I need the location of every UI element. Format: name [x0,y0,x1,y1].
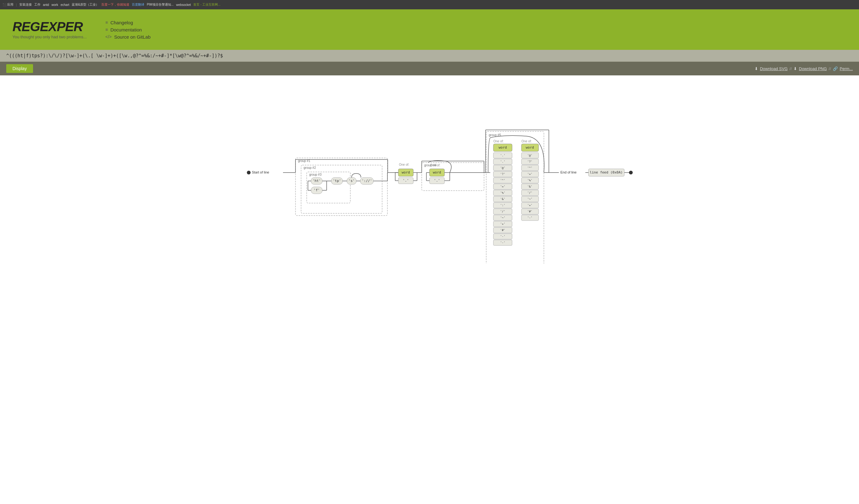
word4-text: word [526,146,534,150]
svg-text:'-': '-' [527,216,532,219]
docs-icon: ≡ [105,27,108,32]
toolbar-actions: ⬇ Download SVG // ⬇ Download PNG // 🔗 Pe… [755,66,853,71]
group3-label: group #3 [309,173,322,176]
slashslash-text: '://' [362,179,372,183]
dot2-text: '.' [434,179,440,183]
svg-text:'=': '=' [500,185,505,188]
svg-text:'@': '@' [527,154,532,157]
tab-工作[interactable]: 工作 [34,2,41,7]
svg-text:'~': '~' [527,198,532,201]
svg-text:'@': '@' [500,166,505,169]
tab-安装连接[interactable]: 安装连接 [19,2,32,7]
svg-text:':': ':' [500,204,505,207]
oneof1-label: One of: [399,163,409,166]
word1-text: word [402,170,410,174]
oneof4-label: One of: [522,140,532,143]
browser-bar: ⬛ 应用 | 安装连接 工作 antd work echart 蓝湖&原型（工业… [0,0,859,9]
oneof2-label: One of: [430,164,440,167]
tab-蓝湖[interactable]: 蓝湖&原型（工业） [72,2,99,7]
start-anchor [247,171,251,174]
svg-text:'%': '%' [527,179,532,182]
svg-text:'+': '+' [500,223,505,226]
svg-text:'.': '.' [500,154,505,157]
group2-label: group #2 [304,166,316,169]
download-png-icon: ⬇ [794,66,797,71]
tab-translate[interactable]: 百度翻译 [132,2,144,7]
svg-text:'#': '#' [500,229,505,232]
oneof3-label: One of: [493,140,504,143]
nav-source[interactable]: </> Source on GitLab [105,34,151,40]
app-tab[interactable]: ⬛ 应用 [2,2,13,7]
svg-text:'#': '#' [527,210,532,213]
site-header: REGEXPER You thought you only had two pr… [0,9,859,50]
word3-text: word [499,146,507,150]
svg-text:'~': '~' [500,216,505,219]
tab-echart[interactable]: echart [60,3,69,6]
nav-links: ≡ Changelog ≡ Documentation </> Source o… [105,20,151,40]
tab-baidu[interactable]: 百度一下，你就知道 [101,2,129,7]
end-anchor [629,171,633,174]
download-png-link[interactable]: Download PNG [799,66,827,71]
svg-text:'^': '^' [500,179,505,182]
svg-text:'+': '+' [527,204,532,207]
svg-text:'/': '/' [527,191,532,194]
linefeed-text: line feed (0x0A) [590,170,623,174]
word2-text: word [433,170,441,174]
start-label: Start of line [252,170,269,174]
nav-documentation[interactable]: ≡ Documentation [105,27,151,32]
tab-work[interactable]: work [51,3,58,6]
diagram-area: Start of line group #1 group #2 group #3… [0,75,859,263]
s-text: 's' [348,179,355,183]
permalink-icon: 🔗 [833,66,838,71]
svg-text:'&': '&' [500,198,505,201]
regex-bar [0,50,859,62]
regex-diagram: Start of line group #1 group #2 group #3… [6,81,853,256]
permalink-link[interactable]: Perm... [840,66,853,71]
tab-antd[interactable]: antd [43,3,49,6]
tab-websocket[interactable]: websocket [176,3,191,6]
svg-text:'/': '/' [500,210,505,213]
changelog-icon: ≡ [105,20,108,25]
svg-text:'-': '-' [500,235,505,238]
svg-text:'%': '%' [500,191,505,194]
tp-text: 'tp' [333,179,341,183]
regex-input[interactable] [6,53,853,59]
svg-text:'=': '=' [527,172,532,176]
svg-text:'?': '?' [527,160,532,163]
end-label: End of line [560,170,577,174]
nav-changelog[interactable]: ≡ Changelog [105,20,151,25]
tab-pim[interactable]: PIM项目告警通知... [147,2,174,7]
svg-text:'?': '?' [500,172,505,176]
dot1-text: '.' [403,179,409,183]
download-svg-link[interactable]: Download SVG [760,66,788,71]
svg-text:'^': '^' [527,166,532,169]
logo-area: REGEXPER You thought you only had two pr… [13,20,87,39]
download-icon: ⬇ [755,66,758,71]
svg-text:'.': '.' [500,160,505,163]
svg-text:'-': '-' [500,241,505,244]
display-button[interactable]: Display [6,64,33,73]
tab-首页[interactable]: 首页 - 工业互联网... [193,2,220,7]
logo: REGEXPER [13,20,87,33]
svg-text:'&': '&' [527,185,532,188]
ht-text: 'ht' [313,179,321,183]
tagline: You thought you only had two problems... [13,34,87,39]
toolbar: Display ⬇ Download SVG // ⬇ Download PNG… [0,62,859,75]
f-text: 'f' [314,188,320,192]
code-icon: </> [105,34,111,39]
